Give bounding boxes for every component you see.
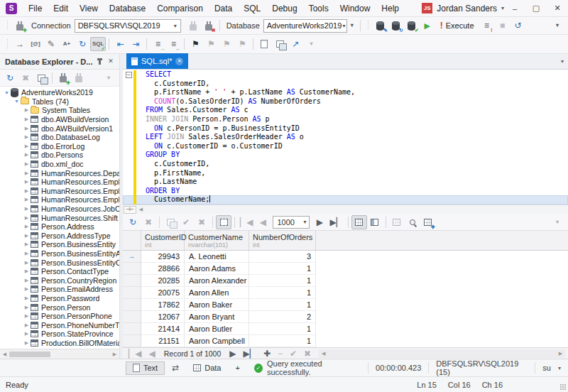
code-line[interactable]: ON c.CustomerID = o.CustomerID <box>123 142 568 151</box>
resize-grip[interactable] <box>560 384 566 390</box>
tree-item[interactable]: ▶Person.BusinessEntityAddress <box>0 249 119 258</box>
tab-text-view[interactable]: Text <box>126 361 165 375</box>
code-line[interactable]: p.LastName <box>123 178 568 187</box>
code-line[interactable]: ON c.PersonID = p.BusinessEntityID <box>123 124 568 134</box>
cell-customername[interactable]: Aaron Campbell <box>185 335 249 347</box>
expand-icon[interactable]: ▶ <box>23 215 31 221</box>
cell-customername[interactable]: Aaron Bryant <box>185 311 249 323</box>
new-connection-button[interactable]: ✚ <box>55 71 71 85</box>
disconnect-button[interactable]: ✖ <box>201 18 217 33</box>
cell-numberoforders[interactable]: 1 <box>249 287 316 299</box>
tree-item[interactable]: ▶Person.Password <box>0 294 119 303</box>
refresh-button[interactable]: ↻ <box>75 37 90 51</box>
comment-lines-button[interactable]: ≡→ <box>150 37 165 51</box>
cell-customerid[interactable]: 20075 <box>141 287 185 299</box>
tree-item[interactable]: ▶Person.AddressType <box>0 232 119 241</box>
minimize-button[interactable]: – <box>504 0 525 17</box>
expand-icon[interactable]: ▶ <box>23 260 31 266</box>
code-fold-icon[interactable]: – <box>126 72 132 78</box>
tree-item[interactable]: ▶Person.EmailAddress <box>0 285 119 294</box>
uncomment-lines-button[interactable]: ≡← <box>165 37 181 51</box>
menu-data[interactable]: Data <box>209 0 238 17</box>
grid-horizontal-scrollbar[interactable]: ◀ ▶ <box>319 349 565 358</box>
expand-icon[interactable]: ▶ <box>23 116 31 122</box>
menu-tools[interactable]: Tools <box>303 0 334 17</box>
page-size-combo[interactable]: 1000▾ <box>273 216 310 229</box>
database-select[interactable]: AdventureWorks2019 ▾ <box>263 19 347 33</box>
table-row[interactable]: 21151Aaron Campbell1 <box>123 335 568 347</box>
code-line[interactable]: INNER JOIN Person.Person AS p <box>123 115 568 124</box>
code-line[interactable]: CustomerName; <box>123 195 568 205</box>
new-connection-button[interactable]: ✚ <box>12 18 28 33</box>
tree-item[interactable]: ▶dbo.Persons <box>0 151 119 160</box>
bookmark-button[interactable]: ⚑ <box>187 37 203 51</box>
tab-sql-file[interactable]: SQL.sql* ✕ <box>126 53 188 69</box>
table-row[interactable]: →29943A. Leonetti3 <box>123 251 568 263</box>
code-line[interactable]: p.FirstName + ' ' + p.LastName AS Custom… <box>123 88 568 97</box>
collapse-icon[interactable]: ▼ <box>3 90 11 95</box>
user-account-area[interactable]: JS Jordan Sanders ▾ <box>422 3 504 13</box>
expand-icon[interactable]: ▶ <box>23 152 31 158</box>
expand-icon[interactable]: ▶ <box>23 161 31 167</box>
tree-item[interactable]: ▶HumanResources.Shift <box>0 213 119 222</box>
next-page-button[interactable]: ▶ <box>312 215 327 229</box>
menu-comparison[interactable]: Comparison <box>151 0 209 17</box>
cell-customername[interactable]: A. Leonetti <box>185 251 249 263</box>
tree-item[interactable]: ▶dbo.AWBuildVersion1 <box>0 124 119 133</box>
expand-icon[interactable]: ▶ <box>23 126 31 131</box>
expand-icon[interactable]: ▶ <box>23 197 31 202</box>
expand-icon[interactable]: ▶ <box>23 143 31 149</box>
code-line[interactable]: ORDER BY <box>123 187 568 196</box>
cell-customername[interactable]: Aaron Adams <box>185 263 249 275</box>
cell-numberoforders[interactable]: 1 <box>249 299 316 311</box>
cell-customerid[interactable]: 29943 <box>141 251 185 263</box>
tree-item[interactable]: ▶Person.Address <box>0 222 119 232</box>
expand-icon[interactable]: ▶ <box>23 134 31 140</box>
format-sql-button[interactable]: SQL✓ <box>90 37 106 51</box>
explorer-horizontal-scrollbar[interactable]: ◀ ▶ <box>0 349 119 359</box>
cell-numberoforders[interactable]: 3 <box>249 251 316 263</box>
expand-icon[interactable]: ▶ <box>23 188 31 194</box>
query-history-button[interactable]: ↺ <box>510 18 526 33</box>
menu-debug[interactable]: Debug <box>266 0 302 17</box>
tree-item[interactable]: ▶dbo.AWBuildVersion <box>0 115 119 124</box>
tab-list-dropdown-icon[interactable]: ▾ <box>561 58 564 65</box>
cell-numberoforders[interactable]: 1 <box>249 323 316 335</box>
expand-icon[interactable]: ▶ <box>23 313 31 319</box>
menu-view[interactable]: View <box>74 0 104 17</box>
cell-customername[interactable]: Aaron Baker <box>185 299 249 311</box>
scroll-right-icon[interactable]: ▶ <box>556 351 565 356</box>
code-line[interactable]: LEFT JOIN Sales.SalesOrderHeader AS o <box>123 133 568 142</box>
close-tab-icon[interactable]: ✕ <box>175 58 183 65</box>
menu-edit[interactable]: Edit <box>48 0 74 17</box>
cell-customerid[interactable]: 21151 <box>141 335 185 347</box>
expand-icon[interactable]: ▶ <box>23 278 31 283</box>
cell-numberoforders[interactable]: 1 <box>249 263 316 275</box>
tree-item[interactable]: ▶HumanResources.Employee <box>0 178 119 187</box>
code-line[interactable]: COUNT(o.SalesOrderID) AS NumberOfOrders <box>123 97 568 107</box>
new-document-button[interactable] <box>256 37 272 51</box>
tree-item[interactable]: ▶Person.PersonPhone <box>0 312 119 321</box>
check-database-button[interactable]: ✔ <box>404 18 420 33</box>
collapse-icon[interactable]: ▼ <box>13 99 21 104</box>
expand-icon[interactable]: ▶ <box>23 206 31 212</box>
expand-icon[interactable]: ▶ <box>23 322 31 328</box>
code-area[interactable]: SELECT c.CustomerID, p.FirstName + ' ' +… <box>123 70 568 205</box>
tree-item[interactable]: ▶System Tables <box>0 106 119 115</box>
cell-customername[interactable]: Aaron Alexander <box>185 275 249 287</box>
tree-item[interactable]: ▶Person.Person <box>0 303 119 312</box>
table-row[interactable]: 28866Aaron Adams1 <box>123 263 568 275</box>
search-grid-button[interactable] <box>405 215 420 229</box>
refresh-button[interactable]: ↻ <box>2 71 18 85</box>
expand-icon[interactable]: ▶ <box>23 340 31 346</box>
tree-item[interactable]: ▶Person.CountryRegion <box>0 276 119 285</box>
tree-item[interactable]: ▶HumanResources.EmployeePayHistory <box>0 195 119 205</box>
rename-button[interactable]: ✎ <box>43 37 59 51</box>
toolbar-grip[interactable] <box>6 39 9 49</box>
code-line[interactable]: FROM Sales.Customer AS c <box>123 106 568 115</box>
code-line[interactable]: c.CustomerID, <box>123 160 568 169</box>
card-view-button[interactable] <box>367 215 383 229</box>
expand-icon[interactable]: ▶ <box>23 224 31 229</box>
menu-database[interactable]: Database <box>104 0 151 17</box>
execute-script-button[interactable]: ≡! <box>479 18 495 33</box>
